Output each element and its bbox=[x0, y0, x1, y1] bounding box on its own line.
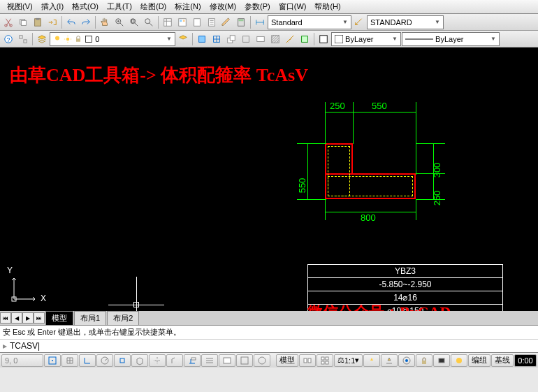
markup-icon[interactable] bbox=[219, 15, 233, 29]
snap-icon[interactable] bbox=[44, 354, 61, 367]
dim-style-value: STANDARD bbox=[370, 18, 412, 27]
block-icon[interactable] bbox=[195, 32, 209, 46]
zoom-realtime-icon[interactable] bbox=[112, 15, 126, 29]
3dosnap-icon[interactable] bbox=[131, 354, 148, 367]
menu-tools[interactable]: 工具(T) bbox=[103, 0, 136, 13]
polar-icon[interactable] bbox=[96, 354, 113, 367]
linetype-combo[interactable]: ByLayer▼ bbox=[402, 32, 500, 46]
layer-combo[interactable]: 0▼ bbox=[50, 32, 175, 46]
dim-style-icon[interactable] bbox=[352, 15, 366, 29]
qp-icon[interactable] bbox=[236, 354, 253, 367]
tool-palette-icon[interactable] bbox=[190, 15, 204, 29]
menu-param[interactable]: 参数(P) bbox=[240, 0, 275, 13]
menu-draw[interactable]: 绘图(D) bbox=[136, 0, 170, 13]
svg-rect-54 bbox=[422, 361, 426, 364]
linear-dim-icon[interactable] bbox=[253, 15, 267, 29]
zoom-window-icon[interactable] bbox=[127, 15, 141, 29]
ws-icon[interactable] bbox=[398, 354, 415, 367]
props-icon[interactable] bbox=[161, 15, 175, 29]
tab-next-icon[interactable]: ▶ bbox=[22, 312, 34, 324]
menu-window[interactable]: 窗口(W) bbox=[275, 0, 311, 13]
coords[interactable]: 9, 0 bbox=[1, 354, 43, 367]
dim-ext bbox=[416, 143, 445, 144]
color-icon bbox=[85, 35, 93, 43]
dyn-icon[interactable] bbox=[184, 354, 201, 367]
wblock-icon[interactable] bbox=[254, 32, 268, 46]
tab-last-icon[interactable]: ⏭ bbox=[34, 312, 45, 324]
lwt-icon[interactable] bbox=[201, 354, 218, 367]
lock-ui-icon[interactable] bbox=[416, 354, 432, 367]
dim-ext bbox=[297, 199, 326, 200]
model-button[interactable]: 模型 bbox=[276, 354, 298, 367]
ducs-icon[interactable] bbox=[166, 354, 183, 367]
tab-prev-icon[interactable]: ◀ bbox=[11, 312, 22, 324]
dim-style-combo[interactable]: STANDARD▼ bbox=[367, 15, 444, 29]
xref-icon[interactable] bbox=[224, 32, 238, 46]
command-line[interactable]: ▸ TCASV | bbox=[0, 339, 538, 352]
menu-modify[interactable]: 修改(M) bbox=[205, 0, 241, 13]
osnap-icon[interactable] bbox=[114, 354, 131, 367]
undo-icon[interactable] bbox=[64, 15, 78, 29]
color-combo[interactable]: ByLayer▼ bbox=[331, 32, 401, 46]
group-icon[interactable] bbox=[16, 32, 30, 46]
redo-icon[interactable] bbox=[79, 15, 93, 29]
menu-help[interactable]: 帮助(H) bbox=[310, 0, 344, 13]
svg-rect-26 bbox=[199, 36, 205, 42]
layer-prev-icon[interactable] bbox=[176, 32, 190, 46]
edit-group[interactable]: 编组 bbox=[468, 354, 490, 367]
svg-point-53 bbox=[405, 359, 408, 362]
menu-insert[interactable]: 插入(I) bbox=[37, 0, 68, 13]
help-icon[interactable]: ? bbox=[1, 32, 15, 46]
pan-icon[interactable] bbox=[98, 15, 112, 29]
calc-icon[interactable] bbox=[234, 15, 248, 29]
layer-name: 0 bbox=[95, 35, 99, 43]
dim-ext bbox=[416, 199, 416, 220]
sc-icon[interactable] bbox=[254, 354, 270, 367]
design-center-icon[interactable] bbox=[175, 15, 189, 29]
area-icon[interactable] bbox=[298, 32, 312, 46]
match-icon[interactable] bbox=[45, 15, 59, 29]
layer-props-icon[interactable] bbox=[35, 32, 49, 46]
sheet-icon[interactable] bbox=[205, 15, 219, 29]
tab-first-icon[interactable]: ⏮ bbox=[0, 312, 11, 324]
tab-model[interactable]: 模型 bbox=[45, 311, 73, 325]
menu-dim[interactable]: 标注(N) bbox=[170, 0, 205, 13]
cmd-hint: 安 Esc 或 Enter 键退出，或单击右键显示快捷菜单。 bbox=[3, 327, 535, 337]
otrack-icon[interactable] bbox=[149, 354, 166, 367]
svg-rect-14 bbox=[194, 18, 201, 26]
anno-auto-icon[interactable] bbox=[381, 354, 398, 367]
measure-icon[interactable] bbox=[283, 32, 297, 46]
baseline[interactable]: 基线 bbox=[491, 354, 514, 367]
menu-format[interactable]: 格式(O) bbox=[68, 0, 103, 13]
separator bbox=[250, 16, 251, 29]
isolate-icon[interactable] bbox=[451, 354, 467, 367]
layout-tabs: ⏮ ◀ ▶ ⏭ 模型 布局1 布局2 bbox=[0, 311, 538, 325]
drawing-canvas[interactable]: 由草CAD工具箱-> 体积配箍率 TcAsV 250 550 550 300 2… bbox=[0, 48, 538, 325]
cut-icon[interactable] bbox=[1, 15, 15, 29]
text-style-combo[interactable]: Standard▼ bbox=[268, 15, 351, 29]
svg-rect-25 bbox=[86, 36, 92, 42]
anno-vis-icon[interactable] bbox=[363, 354, 380, 367]
block-edit-icon[interactable] bbox=[239, 32, 253, 46]
zoom-prev-icon[interactable] bbox=[142, 15, 156, 29]
color-swatch-icon bbox=[335, 35, 343, 43]
canvas-title: 由草CAD工具箱-> 体积配箍率 TcAsV bbox=[10, 63, 308, 87]
hatch-icon[interactable] bbox=[268, 32, 282, 46]
svg-text:?: ? bbox=[7, 36, 10, 43]
quickview-icon[interactable] bbox=[299, 354, 316, 367]
paste-icon[interactable] bbox=[31, 15, 45, 29]
color-picker-icon[interactable] bbox=[317, 32, 330, 46]
ortho-icon[interactable] bbox=[79, 354, 96, 367]
insert-icon[interactable] bbox=[210, 32, 224, 46]
menu-view[interactable]: 视图(V) bbox=[3, 0, 37, 13]
chevron-down-icon: ▼ bbox=[166, 36, 172, 42]
hardware-icon[interactable] bbox=[433, 354, 450, 367]
copy-icon[interactable] bbox=[16, 15, 30, 29]
svg-rect-24 bbox=[76, 38, 80, 42]
tab-layout1[interactable]: 布局1 bbox=[74, 311, 106, 325]
grid-icon[interactable] bbox=[61, 354, 78, 367]
tab-layout2[interactable]: 布局2 bbox=[107, 311, 139, 325]
tpy-icon[interactable] bbox=[219, 354, 235, 367]
quickview2-icon[interactable] bbox=[317, 354, 333, 367]
anno-scale-combo[interactable]: ⚖ 1:1 ▾ bbox=[334, 354, 363, 367]
